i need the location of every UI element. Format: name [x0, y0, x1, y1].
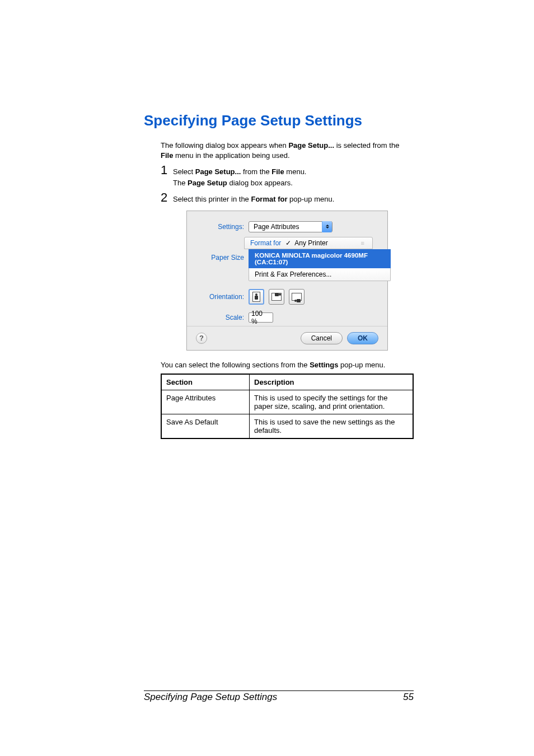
scale-input[interactable]: 100 % [249, 312, 273, 323]
intro-text-after: menu in the application being used. [175, 151, 290, 160]
page-heading: Specifying Page Setup Settings [144, 112, 414, 129]
after-dialog-paragraph: You can select the following sections fr… [161, 361, 414, 369]
step1-text1: Select [173, 167, 195, 176]
settings-label: Settings: [196, 223, 244, 231]
step-number-1: 1 [161, 164, 173, 176]
page-setup-dialog: Settings: Page Attributes Paper Size For… [186, 211, 388, 351]
intro-bold-page-setup: Page Setup... [288, 141, 334, 150]
intro-bold-file: File [161, 151, 173, 160]
intro-text-mid: is selected from the [336, 141, 400, 150]
step1-mid1: from the [243, 167, 271, 176]
after-bold: Settings [310, 361, 338, 369]
after-after: pop-up menu. [340, 361, 385, 369]
format-for-selected-printer-text: KONICA MINOLTA magicolor 4690MF (CA:C1:0… [255, 252, 368, 265]
format-for-label: Format for [250, 239, 281, 247]
step2-after: pop-up menu. [289, 195, 334, 203]
page-footer: Specifying Page Setup Settings 55 [144, 692, 414, 703]
format-for-selected-printer[interactable]: KONICA MINOLTA magicolor 4690MF (CA:C1:0… [249, 249, 391, 268]
settings-table: Section Description Page Attributes This… [161, 374, 414, 439]
step2-before: Select this printer in the [173, 195, 251, 203]
step1-bold2: File [271, 167, 284, 176]
step1-line2-before: The [173, 179, 188, 187]
intro-text: The following dialog box appears when [161, 141, 288, 150]
settings-popup[interactable]: Page Attributes [249, 221, 332, 232]
step-1: 1 Select Page Setup... from the File men… [161, 164, 414, 188]
table-row: Page Attributes This is used to specify … [161, 390, 413, 414]
table-cell-description: This is used to save the new settings as… [250, 414, 414, 438]
table-header-section: Section [161, 374, 250, 390]
after-before: You can select the following sections fr… [161, 361, 310, 369]
table-row: Save As Default This is used to save the… [161, 414, 413, 438]
table-cell-section: Save As Default [161, 414, 250, 438]
menu-hint-icon: ≡ [361, 240, 364, 246]
footer-page-number: 55 [403, 692, 414, 703]
checkmark-icon: ✓ [285, 239, 291, 247]
step2-bold: Format for [251, 195, 287, 203]
landscape-left-icon [292, 293, 302, 301]
step-2: 2 Select this printer in the Format for … [161, 192, 414, 205]
intro-paragraph: The following dialog box appears when Pa… [161, 141, 414, 161]
orientation-landscape-left-button[interactable] [289, 289, 305, 305]
portrait-icon [252, 292, 260, 302]
step1-line2-bold: Page Setup [188, 179, 227, 187]
cancel-button[interactable]: Cancel [301, 332, 343, 344]
format-for-any-printer[interactable]: Any Printer [294, 239, 327, 247]
paper-size-label: Paper Size [196, 254, 244, 262]
table-header-description: Description [250, 374, 414, 390]
dropdown-arrows-icon [322, 221, 332, 232]
step1-line2-after: dialog box appears. [229, 179, 292, 187]
orientation-landscape-right-button[interactable] [269, 289, 284, 305]
table-header-row: Section Description [161, 374, 413, 390]
settings-popup-value: Page Attributes [254, 223, 299, 231]
scale-label: Scale: [196, 314, 244, 321]
table-cell-description: This is used to specify the settings for… [250, 390, 414, 414]
orientation-portrait-button[interactable] [249, 289, 264, 305]
landscape-right-icon [271, 293, 282, 301]
help-button[interactable]: ? [196, 333, 207, 344]
step-number-2: 2 [161, 192, 173, 204]
ok-button[interactable]: OK [347, 332, 378, 344]
orientation-label: Orientation: [196, 293, 244, 301]
dialog-separator [187, 326, 387, 326]
step1-after1: menu. [286, 167, 306, 176]
step1-bold1: Page Setup... [195, 167, 241, 176]
format-for-prefs[interactable]: Print & Fax Preferences... [249, 268, 391, 281]
footer-rule [144, 690, 414, 691]
footer-title: Specifying Page Setup Settings [144, 692, 277, 703]
table-cell-section: Page Attributes [161, 390, 250, 414]
format-for-popup-open[interactable]: Paper Size Format for ✓ Any Printer ≡ KO… [249, 237, 378, 281]
